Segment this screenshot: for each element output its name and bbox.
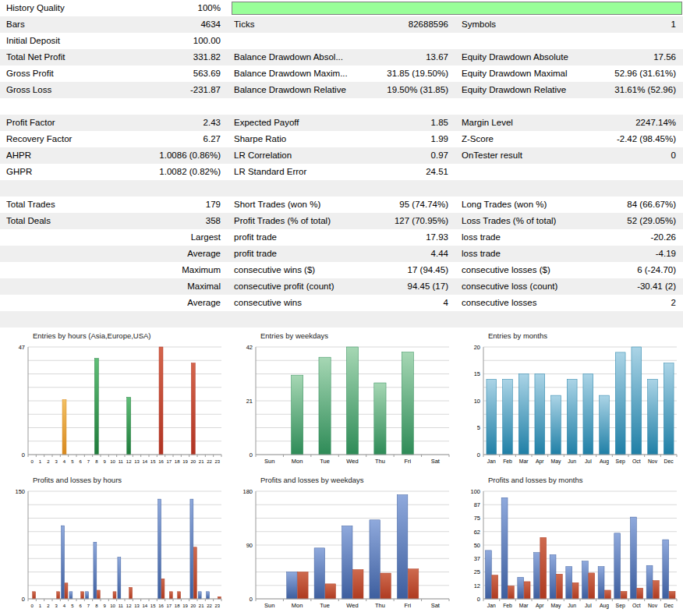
- stat-value: 84 (66.67%): [622, 196, 676, 213]
- stat-pair: Balance Drawdown Relative19.50% (31.85): [228, 82, 455, 98]
- x-axis-tick-label: Oct: [632, 603, 641, 608]
- x-axis-tick-label: 9: [103, 459, 106, 464]
- bar-loss_red: [169, 592, 172, 599]
- stat-pair: History Quality100%: [0, 0, 228, 16]
- stat-label: LR Standard Error: [234, 164, 421, 180]
- stat-label: consecutive wins: [234, 295, 439, 311]
- x-axis-tick-label: Apr: [536, 603, 544, 609]
- x-axis-tick-label: 13: [134, 459, 140, 464]
- stat-pair: consecutive loss (count)-30.41 (2): [455, 278, 683, 295]
- stat-pair: Short Trades (won %)95 (74.74%): [228, 196, 455, 213]
- x-axis-tick-label: 19: [182, 459, 188, 464]
- x-axis-tick-label: Sep: [616, 603, 625, 609]
- x-axis-tick-label: Jul: [585, 603, 592, 608]
- x-axis-tick-label: 2: [47, 459, 50, 464]
- bar-loss_red: [97, 590, 100, 599]
- y-axis-tick-label: 87: [474, 501, 480, 508]
- bar-loss_red: [113, 592, 116, 599]
- stat-value: 2: [667, 295, 676, 311]
- bar-profit_blue: [287, 572, 297, 600]
- stat-pair: consecutive losses2: [455, 295, 683, 311]
- bar-profit_blue: [598, 567, 604, 599]
- bar-loss_red: [33, 592, 36, 599]
- stat-value: 6.27: [199, 131, 221, 147]
- chart-title: Entries by weekdays: [260, 331, 328, 340]
- x-axis-tick-label: 0: [30, 604, 34, 608]
- stats-row: Recovery Factor6.27Sharpe Ratio1.99Z-Sco…: [0, 131, 683, 147]
- stat-value: Maximal: [182, 278, 221, 295]
- x-axis-tick-label: Jun: [568, 603, 576, 608]
- bar-month_teal: [664, 363, 674, 455]
- x-axis-tick-label: Nov: [648, 603, 658, 608]
- stat-pair: Symbols1: [455, 16, 683, 33]
- chart-canvas: Entries by hours (Asia,Europe,USA)047012…: [0, 327, 228, 472]
- stat-label: Initial Deposit: [6, 33, 189, 49]
- x-axis-tick-label: 22: [207, 604, 212, 608]
- stat-value: 1.0086 (0.86%): [154, 147, 221, 164]
- x-axis-tick-label: Fri: [404, 458, 411, 465]
- bar-month_teal: [487, 379, 497, 455]
- strategy-tester-report: History Quality100%Bars4634Ticks82688596…: [0, 0, 683, 616]
- stat-value: 6 (-24.70): [632, 262, 676, 278]
- chart-title: Profits and losses by hours: [33, 476, 122, 484]
- stat-label: [6, 246, 182, 262]
- y-axis-tick-label: 21: [246, 398, 253, 405]
- stat-pair: profit trade17.93: [228, 229, 455, 246]
- stat-pair: consecutive wins ($)17 (94.45): [228, 262, 455, 278]
- bar-profit_blue: [86, 592, 89, 599]
- y-axis-tick-label: 90: [246, 542, 253, 549]
- stat-pair: Loss Trades (% of total)52 (29.05%): [455, 213, 683, 229]
- x-axis-tick-label: 11: [119, 604, 124, 608]
- stat-pair: Profit Factor2.43: [0, 115, 228, 131]
- stat-value: -231.87: [186, 82, 221, 98]
- stat-value: 0: [667, 147, 676, 164]
- y-axis-tick-label: 50: [474, 542, 480, 549]
- stats-row: [0, 98, 683, 115]
- y-axis-tick-label: 12: [474, 582, 480, 589]
- x-axis-tick-label: 12: [126, 459, 132, 464]
- chart-panel-profits-and-losses-by-months: Profits and losses by months012253750627…: [455, 472, 683, 616]
- stat-pair: Equity Drawdown Relative31.61% (52.96): [455, 82, 683, 98]
- stat-pair: Recovery Factor6.27: [0, 131, 228, 147]
- stat-value: -20.26: [646, 229, 676, 246]
- bar-loss_red: [325, 584, 335, 599]
- stats-row: GHPR1.0082 (0.82%)LR Standard Error24.51: [0, 164, 683, 180]
- y-axis-tick-label: 0: [477, 596, 480, 603]
- stat-label: Profit Factor: [6, 115, 199, 131]
- x-axis-tick-label: Jan: [487, 458, 496, 464]
- x-axis-tick-label: 12: [126, 604, 132, 608]
- stats-row: Bars4634Ticks82688596Symbols1: [0, 16, 683, 33]
- y-axis-tick-label: 5: [477, 424, 480, 431]
- stat-label: Symbols: [462, 16, 667, 33]
- stat-value: 52.96 (31.61%): [610, 65, 676, 82]
- stat-value: 2.43: [199, 115, 221, 131]
- x-axis-tick-label: 9: [103, 604, 106, 608]
- bar-loss_red: [161, 579, 165, 599]
- bar-profit_blue: [314, 548, 324, 599]
- x-axis-tick-label: Dec: [664, 603, 674, 608]
- x-axis-tick-label: 15: [150, 604, 156, 608]
- stat-value: 31.85 (19.50%): [382, 65, 448, 82]
- stat-label: Total Trades: [6, 196, 201, 213]
- stat-pair: Margin Level2247.14%: [455, 115, 683, 131]
- bar-profit_blue: [118, 558, 121, 599]
- bar-loss_red: [129, 587, 133, 599]
- x-axis-tick-label: 14: [142, 459, 147, 464]
- stat-value: 0.97: [426, 147, 448, 164]
- chart-canvas: Entries by months05101520JanFebMarAprMay…: [455, 327, 683, 472]
- y-axis-tick-label: 0: [249, 596, 253, 603]
- stat-value: Average: [182, 246, 221, 262]
- backtest-stats-table: History Quality100%Bars4634Ticks82688596…: [0, 0, 683, 327]
- bar-loss_red: [653, 581, 660, 599]
- bar-loss_red: [81, 592, 84, 599]
- stat-value: 19.50% (31.85): [382, 82, 448, 98]
- x-axis-tick-label: 7: [87, 604, 90, 608]
- stats-row: Initial Deposit100.00: [0, 33, 683, 49]
- stats-row: Maximumconsecutive wins ($)17 (94.45)con…: [0, 262, 683, 278]
- y-axis-tick-label: 180: [242, 488, 253, 495]
- stat-label: [6, 262, 177, 278]
- chart-canvas: Profits and losses by weekdays090180SunM…: [228, 472, 455, 616]
- bar-loss_red: [57, 592, 60, 599]
- stat-label: Balance Drawdown Relative: [234, 82, 382, 98]
- bar-loss_red: [557, 574, 563, 599]
